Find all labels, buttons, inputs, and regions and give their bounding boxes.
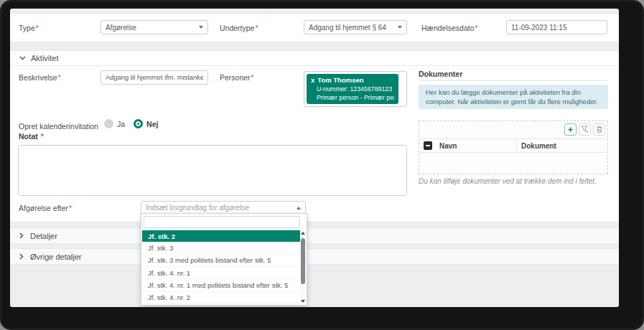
combobox-placeholder: Indsæt lovgrundlag for afgørelse: [146, 204, 249, 212]
notat-textarea[interactable]: [18, 145, 407, 196]
remove-person-icon[interactable]: x: [311, 76, 314, 84]
radio-icon: [134, 119, 143, 128]
dokumenter-divider: [419, 80, 608, 81]
dokumenter-table-header: Navn Dokument: [419, 138, 607, 153]
oevrige-detaljer-section-header[interactable]: Øvrige detaljer: [10, 248, 619, 265]
dokumenter-info-box: Her kan du lægge dokumenter på aktivitet…: [419, 85, 608, 109]
undertype-select-value: Adgang til hjemmet § 64: [309, 24, 386, 32]
required-marker: *: [251, 73, 254, 82]
person-unumber: U-nummer: 123456789123: [311, 85, 394, 93]
detaljer-section-title: Detaljer: [30, 232, 57, 240]
beskrivelse-label: Beskrivelse*: [19, 73, 61, 82]
beskrivelse-input[interactable]: [106, 74, 203, 81]
clear-filter-icon: [581, 126, 589, 133]
plus-icon: +: [568, 125, 574, 134]
chevron-right-icon: [19, 253, 24, 260]
dokumenter-hint: Du kan tilføje dokumenter ved at trække …: [419, 177, 597, 185]
dropdown-options: Jf. stk. 2Jf. stk. 3Jf. stk. 3 med polit…: [142, 230, 302, 304]
radio-option-ja[interactable]: Ja: [104, 119, 125, 128]
clear-filter-button[interactable]: [579, 123, 591, 136]
add-document-button[interactable]: +: [564, 123, 577, 136]
dropdown-option[interactable]: Jf. stk. 4. nr. 1 med politiets bistand …: [142, 279, 302, 291]
dropdown-option[interactable]: Jf. stk. 3: [142, 242, 302, 254]
kalender-radio-group: Ja Nej: [104, 119, 158, 128]
person-tag: x Tom Thomsen U-nummer: 123456789123 Pri…: [307, 74, 398, 104]
dropdown-scrollbar[interactable]: [300, 230, 306, 304]
dropdown-option[interactable]: Jf. stk. 4. nr. 2: [142, 292, 302, 304]
chevron-down-icon: [19, 56, 26, 60]
required-marker: *: [58, 73, 61, 82]
type-row-card: Type* Afgørelse Undertype* Adgang til hj…: [10, 13, 619, 42]
person-role: Primær person - Primær person: [311, 94, 394, 101]
radio-option-nej[interactable]: Nej: [134, 119, 158, 128]
dokumenter-drop-zone[interactable]: + Navn Dokument: [419, 121, 608, 174]
column-header-navn: Navn: [439, 142, 457, 150]
undertype-select[interactable]: Adgang til hjemmet § 64: [304, 20, 407, 34]
dropdown-option[interactable]: Jf. stk. 3 med politiets bistand efter s…: [142, 255, 302, 267]
aktivitet-section-header[interactable]: Aktivitet: [10, 51, 619, 66]
haendelsesdato-label: Hændelsesdato*: [421, 24, 478, 32]
radio-icon: [104, 119, 113, 128]
dropdown-option[interactable]: Jf. stk. 2: [142, 230, 302, 242]
window-frame: Type* Afgørelse Undertype* Adgang til hj…: [0, 0, 644, 330]
select-all-checkbox[interactable]: [424, 141, 432, 150]
required-marker: *: [41, 132, 44, 141]
beskrivelse-input-wrap: [101, 70, 208, 85]
column-header-dokument: Dokument: [521, 142, 556, 150]
type-label: Type*: [19, 24, 39, 32]
delete-document-button[interactable]: [593, 123, 605, 136]
afgoerelse-efter-label: Afgørelse efter*: [19, 204, 72, 212]
type-select[interactable]: Afgørelse: [101, 20, 208, 34]
caret-up-icon: [297, 207, 301, 209]
caret-down-icon: [199, 26, 203, 29]
dropdown-option[interactable]: Jf. stk. 4. nr. 1: [142, 267, 302, 279]
afgoerelse-efter-dropdown: Jf. stk. 2Jf. stk. 3Jf. stk. 3 med polit…: [141, 213, 307, 306]
haendelsesdato-input-wrap: [506, 20, 607, 34]
dokumenter-toolbar: +: [564, 123, 605, 136]
detaljer-section-header[interactable]: Detaljer: [10, 227, 619, 244]
personer-label: Personer*: [220, 73, 254, 82]
form-page: Type* Afgørelse Undertype* Adgang til hj…: [10, 9, 619, 307]
trash-icon: [596, 126, 603, 133]
required-marker: *: [475, 24, 478, 32]
notat-label: Notat *: [19, 132, 44, 141]
scrollbar-thumb[interactable]: [301, 238, 305, 284]
caret-down-icon: [398, 26, 402, 29]
required-marker: *: [255, 24, 258, 32]
scroll-down-icon[interactable]: [301, 300, 305, 303]
aktivitet-card: Aktivitet Beskrivelse* Personer* x Tom T…: [10, 50, 619, 222]
kalender-label: Opret kalenderinvitation: [19, 122, 98, 131]
person-name: Tom Thomsen: [317, 76, 363, 84]
required-marker: *: [36, 24, 39, 32]
haendelsesdato-input[interactable]: [511, 24, 602, 32]
oevrige-detaljer-section-title: Øvrige detaljer: [30, 253, 82, 261]
scroll-up-icon[interactable]: [301, 232, 305, 235]
aktivitet-section-title: Aktivitet: [31, 54, 59, 62]
chevron-right-icon: [19, 232, 24, 239]
dropdown-search-input[interactable]: [144, 216, 300, 228]
required-marker: *: [69, 204, 72, 212]
dokumenter-title: Dokumenter: [419, 70, 462, 78]
undertype-label: Undertype*: [220, 24, 258, 32]
column-divider: [516, 141, 517, 152]
type-select-value: Afgørelse: [106, 24, 136, 32]
personer-field[interactable]: x Tom Thomsen U-nummer: 123456789123 Pri…: [304, 71, 407, 107]
